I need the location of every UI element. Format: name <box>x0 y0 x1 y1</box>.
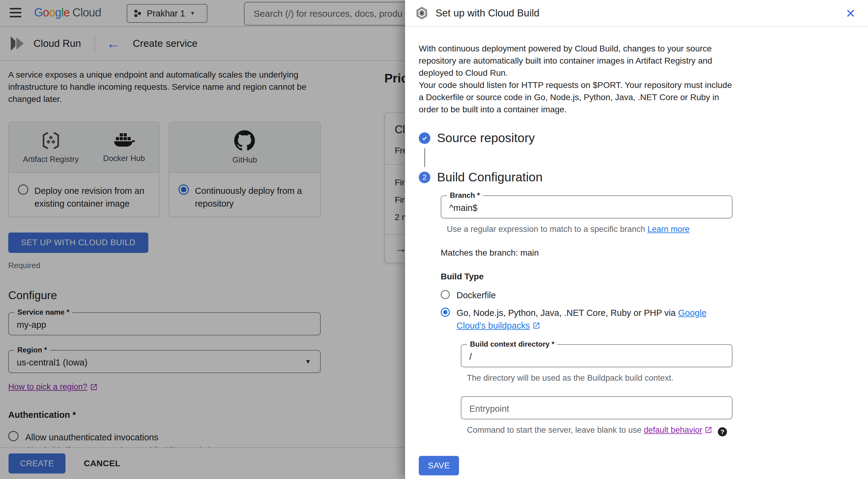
build-context-label: Build context directory * <box>467 340 557 348</box>
build-context-field: Build context directory * <box>461 344 733 367</box>
step-connector <box>424 148 425 167</box>
entrypoint-helper-text: Command to start the server, leave blank… <box>467 425 644 435</box>
buildpacks-options: Build context directory * The directory … <box>461 344 854 436</box>
cloud-build-icon <box>415 6 428 20</box>
build-type-heading: Build Type <box>441 272 854 281</box>
step-title: Source repository <box>437 131 535 145</box>
screen: GoogleCloud Prakhar 1 ▼ Cloud Run ← Crea… <box>0 0 868 479</box>
cloud-build-panel: Set up with Cloud Build × With continuou… <box>405 0 868 479</box>
panel-description-1: With continuous deployment powered by Cl… <box>419 43 736 79</box>
panel-title: Set up with Cloud Build <box>436 7 846 19</box>
modal-scrim <box>0 0 405 479</box>
branch-field: Branch * <box>441 195 733 218</box>
save-button[interactable]: SAVE <box>419 456 459 475</box>
default-behavior-link[interactable]: default behavior <box>644 425 702 435</box>
radio-unselected-icon[interactable] <box>441 290 450 299</box>
build-context-helper: The directory will be used as the Buildp… <box>461 373 854 383</box>
entrypoint-field <box>461 396 733 419</box>
step-build-configuration[interactable]: 2 Build Configuration <box>419 170 854 184</box>
build-configuration-form: Branch * Use a regular expression to mat… <box>419 195 854 436</box>
panel-description-2: Your code should listen for HTTP request… <box>419 79 736 116</box>
step-number-badge: 2 <box>419 172 430 183</box>
branch-helper-text: Use a regular expression to match to a s… <box>447 225 648 234</box>
branch-label: Branch * <box>447 191 483 200</box>
option-label: Go, Node.js, Python, Java, .NET Core, Ru… <box>457 306 731 332</box>
option-label-text: Go, Node.js, Python, Java, .NET Core, Ru… <box>457 308 678 318</box>
step-check-icon <box>419 132 430 144</box>
option-dockerfile[interactable]: Dockerfile <box>441 289 854 302</box>
external-link-icon <box>532 322 540 330</box>
option-label: Dockerfile <box>457 289 496 302</box>
entrypoint-helper: Command to start the server, leave blank… <box>461 425 854 436</box>
external-link-icon <box>705 426 712 434</box>
close-icon[interactable]: × <box>846 5 855 21</box>
panel-body: With continuous deployment powered by Cl… <box>405 27 868 475</box>
help-icon[interactable]: ? <box>718 427 727 436</box>
step-source-repository[interactable]: Source repository <box>419 131 854 145</box>
step-title: Build Configuration <box>437 170 542 184</box>
entrypoint-input[interactable] <box>461 397 732 419</box>
branch-input[interactable] <box>441 196 732 218</box>
radio-selected-icon[interactable] <box>441 308 450 317</box>
learn-more-link[interactable]: Learn more <box>648 225 689 234</box>
option-buildpacks[interactable]: Go, Node.js, Python, Java, .NET Core, Ru… <box>441 306 854 332</box>
branch-helper: Use a regular expression to match to a s… <box>441 225 854 234</box>
panel-header: Set up with Cloud Build × <box>405 0 868 27</box>
branch-match-text: Matches the branch: main <box>441 248 854 258</box>
